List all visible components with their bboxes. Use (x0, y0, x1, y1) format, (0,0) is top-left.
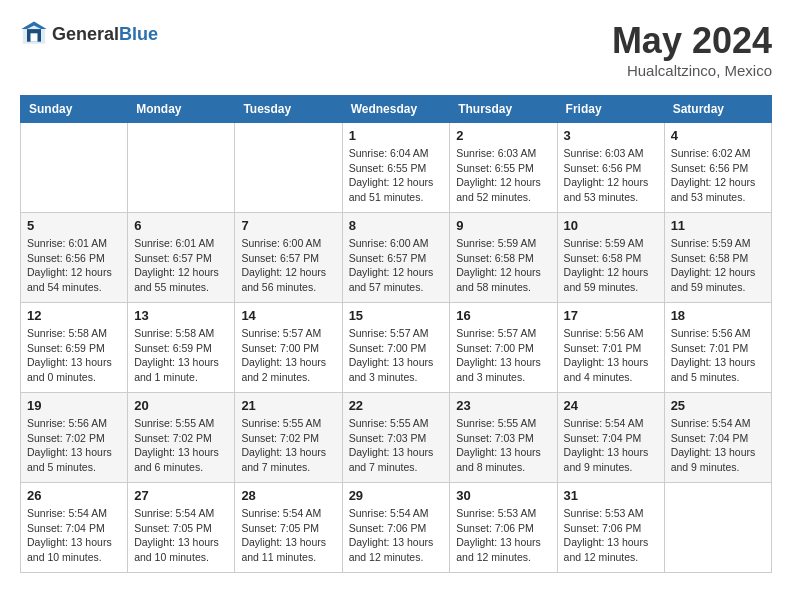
calendar-cell: 31Sunrise: 5:53 AM Sunset: 7:06 PM Dayli… (557, 483, 664, 573)
calendar-cell (235, 123, 342, 213)
logo-text-general: General (52, 24, 119, 44)
calendar-cell: 12Sunrise: 5:58 AM Sunset: 6:59 PM Dayli… (21, 303, 128, 393)
week-row-1: 1Sunrise: 6:04 AM Sunset: 6:55 PM Daylig… (21, 123, 772, 213)
day-number: 11 (671, 218, 765, 233)
week-row-4: 19Sunrise: 5:56 AM Sunset: 7:02 PM Dayli… (21, 393, 772, 483)
day-info: Sunrise: 5:57 AM Sunset: 7:00 PM Dayligh… (241, 326, 335, 385)
day-number: 5 (27, 218, 121, 233)
weekday-header-sunday: Sunday (21, 96, 128, 123)
day-number: 31 (564, 488, 658, 503)
day-number: 9 (456, 218, 550, 233)
day-number: 22 (349, 398, 444, 413)
week-row-5: 26Sunrise: 5:54 AM Sunset: 7:04 PM Dayli… (21, 483, 772, 573)
weekday-header-saturday: Saturday (664, 96, 771, 123)
calendar-cell: 28Sunrise: 5:54 AM Sunset: 7:05 PM Dayli… (235, 483, 342, 573)
day-number: 7 (241, 218, 335, 233)
calendar-cell: 26Sunrise: 5:54 AM Sunset: 7:04 PM Dayli… (21, 483, 128, 573)
day-info: Sunrise: 5:57 AM Sunset: 7:00 PM Dayligh… (456, 326, 550, 385)
logo-icon (20, 20, 48, 48)
calendar-cell: 17Sunrise: 5:56 AM Sunset: 7:01 PM Dayli… (557, 303, 664, 393)
calendar-cell: 23Sunrise: 5:55 AM Sunset: 7:03 PM Dayli… (450, 393, 557, 483)
day-info: Sunrise: 6:04 AM Sunset: 6:55 PM Dayligh… (349, 146, 444, 205)
weekday-header-row: SundayMondayTuesdayWednesdayThursdayFrid… (21, 96, 772, 123)
day-number: 12 (27, 308, 121, 323)
day-number: 10 (564, 218, 658, 233)
day-number: 29 (349, 488, 444, 503)
day-info: Sunrise: 5:54 AM Sunset: 7:05 PM Dayligh… (134, 506, 228, 565)
day-info: Sunrise: 6:02 AM Sunset: 6:56 PM Dayligh… (671, 146, 765, 205)
calendar-cell: 18Sunrise: 5:56 AM Sunset: 7:01 PM Dayli… (664, 303, 771, 393)
day-info: Sunrise: 6:03 AM Sunset: 6:56 PM Dayligh… (564, 146, 658, 205)
day-number: 16 (456, 308, 550, 323)
day-number: 2 (456, 128, 550, 143)
day-info: Sunrise: 5:54 AM Sunset: 7:04 PM Dayligh… (27, 506, 121, 565)
day-info: Sunrise: 5:59 AM Sunset: 6:58 PM Dayligh… (456, 236, 550, 295)
day-info: Sunrise: 5:55 AM Sunset: 7:03 PM Dayligh… (349, 416, 444, 475)
calendar-body: 1Sunrise: 6:04 AM Sunset: 6:55 PM Daylig… (21, 123, 772, 573)
calendar-cell: 10Sunrise: 5:59 AM Sunset: 6:58 PM Dayli… (557, 213, 664, 303)
day-number: 20 (134, 398, 228, 413)
calendar-cell: 20Sunrise: 5:55 AM Sunset: 7:02 PM Dayli… (128, 393, 235, 483)
calendar-cell: 3Sunrise: 6:03 AM Sunset: 6:56 PM Daylig… (557, 123, 664, 213)
calendar-cell: 7Sunrise: 6:00 AM Sunset: 6:57 PM Daylig… (235, 213, 342, 303)
calendar-cell: 24Sunrise: 5:54 AM Sunset: 7:04 PM Dayli… (557, 393, 664, 483)
day-number: 30 (456, 488, 550, 503)
calendar-cell: 8Sunrise: 6:00 AM Sunset: 6:57 PM Daylig… (342, 213, 450, 303)
calendar-cell: 14Sunrise: 5:57 AM Sunset: 7:00 PM Dayli… (235, 303, 342, 393)
day-number: 1 (349, 128, 444, 143)
day-info: Sunrise: 5:55 AM Sunset: 7:02 PM Dayligh… (241, 416, 335, 475)
calendar-cell: 19Sunrise: 5:56 AM Sunset: 7:02 PM Dayli… (21, 393, 128, 483)
day-number: 18 (671, 308, 765, 323)
calendar-cell: 25Sunrise: 5:54 AM Sunset: 7:04 PM Dayli… (664, 393, 771, 483)
day-number: 13 (134, 308, 228, 323)
day-number: 6 (134, 218, 228, 233)
day-info: Sunrise: 5:58 AM Sunset: 6:59 PM Dayligh… (134, 326, 228, 385)
day-info: Sunrise: 6:01 AM Sunset: 6:56 PM Dayligh… (27, 236, 121, 295)
weekday-header-thursday: Thursday (450, 96, 557, 123)
calendar-cell: 5Sunrise: 6:01 AM Sunset: 6:56 PM Daylig… (21, 213, 128, 303)
calendar-cell: 15Sunrise: 5:57 AM Sunset: 7:00 PM Dayli… (342, 303, 450, 393)
day-number: 27 (134, 488, 228, 503)
day-number: 25 (671, 398, 765, 413)
day-info: Sunrise: 5:59 AM Sunset: 6:58 PM Dayligh… (564, 236, 658, 295)
day-info: Sunrise: 5:53 AM Sunset: 7:06 PM Dayligh… (456, 506, 550, 565)
title-area: May 2024 Hualcaltzinco, Mexico (612, 20, 772, 79)
calendar-cell: 9Sunrise: 5:59 AM Sunset: 6:58 PM Daylig… (450, 213, 557, 303)
day-number: 3 (564, 128, 658, 143)
logo-text-blue: Blue (119, 24, 158, 44)
day-info: Sunrise: 5:59 AM Sunset: 6:58 PM Dayligh… (671, 236, 765, 295)
location: Hualcaltzinco, Mexico (612, 62, 772, 79)
logo: GeneralBlue (20, 20, 158, 48)
day-info: Sunrise: 5:57 AM Sunset: 7:00 PM Dayligh… (349, 326, 444, 385)
day-info: Sunrise: 5:54 AM Sunset: 7:04 PM Dayligh… (564, 416, 658, 475)
day-info: Sunrise: 6:00 AM Sunset: 6:57 PM Dayligh… (349, 236, 444, 295)
calendar-cell: 2Sunrise: 6:03 AM Sunset: 6:55 PM Daylig… (450, 123, 557, 213)
day-number: 17 (564, 308, 658, 323)
svg-rect-3 (31, 33, 38, 41)
page-header: GeneralBlue May 2024 Hualcaltzinco, Mexi… (20, 20, 772, 79)
weekday-header-wednesday: Wednesday (342, 96, 450, 123)
weekday-header-monday: Monday (128, 96, 235, 123)
day-number: 26 (27, 488, 121, 503)
calendar-cell: 30Sunrise: 5:53 AM Sunset: 7:06 PM Dayli… (450, 483, 557, 573)
week-row-2: 5Sunrise: 6:01 AM Sunset: 6:56 PM Daylig… (21, 213, 772, 303)
day-number: 14 (241, 308, 335, 323)
calendar: SundayMondayTuesdayWednesdayThursdayFrid… (20, 95, 772, 573)
weekday-header-friday: Friday (557, 96, 664, 123)
calendar-cell: 11Sunrise: 5:59 AM Sunset: 6:58 PM Dayli… (664, 213, 771, 303)
day-info: Sunrise: 6:03 AM Sunset: 6:55 PM Dayligh… (456, 146, 550, 205)
calendar-cell: 16Sunrise: 5:57 AM Sunset: 7:00 PM Dayli… (450, 303, 557, 393)
day-info: Sunrise: 6:00 AM Sunset: 6:57 PM Dayligh… (241, 236, 335, 295)
month-title: May 2024 (612, 20, 772, 62)
day-info: Sunrise: 5:56 AM Sunset: 7:01 PM Dayligh… (564, 326, 658, 385)
calendar-cell (128, 123, 235, 213)
day-info: Sunrise: 5:56 AM Sunset: 7:02 PM Dayligh… (27, 416, 121, 475)
calendar-cell (21, 123, 128, 213)
day-info: Sunrise: 5:58 AM Sunset: 6:59 PM Dayligh… (27, 326, 121, 385)
calendar-cell (664, 483, 771, 573)
calendar-cell: 4Sunrise: 6:02 AM Sunset: 6:56 PM Daylig… (664, 123, 771, 213)
day-number: 8 (349, 218, 444, 233)
day-info: Sunrise: 5:54 AM Sunset: 7:05 PM Dayligh… (241, 506, 335, 565)
calendar-cell: 13Sunrise: 5:58 AM Sunset: 6:59 PM Dayli… (128, 303, 235, 393)
day-info: Sunrise: 6:01 AM Sunset: 6:57 PM Dayligh… (134, 236, 228, 295)
